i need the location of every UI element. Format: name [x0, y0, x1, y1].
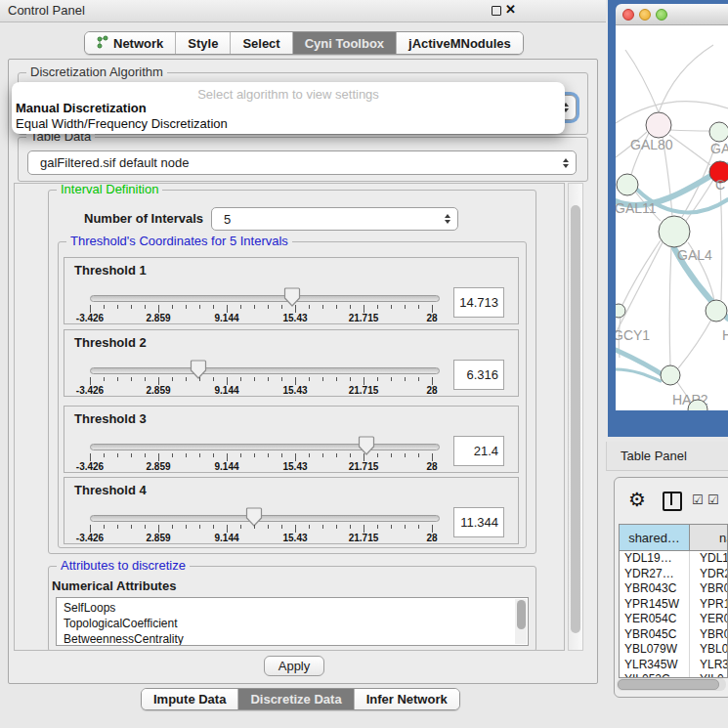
minimize-traffic-light-icon[interactable]	[639, 9, 651, 21]
tab-jactivemnodules[interactable]: jActiveMNodules	[397, 32, 523, 54]
slider-tick-labels: -3.4262.8599.14415.4321.71528	[90, 461, 432, 472]
cell-shared-name: YBR045C	[620, 627, 690, 643]
table-row[interactable]: YLR345WYLR3	[620, 658, 727, 673]
table-panel-header: Table Panel	[606, 442, 728, 471]
network-node-label: GCY1	[616, 327, 650, 343]
tick-label: 9.144	[214, 461, 238, 472]
numerical-attributes-label: Numerical Attributes	[52, 578, 176, 593]
threshold-slider-track[interactable]	[90, 444, 440, 450]
scrollbar-thumb[interactable]	[618, 679, 719, 690]
attributes-group-title: Attributes to discretize	[57, 559, 190, 573]
cell-name: YDR2	[690, 567, 727, 582]
table-row[interactable]: YPR145WYPR1	[620, 597, 727, 613]
column-header-shared[interactable]: shared…	[620, 525, 690, 550]
threshold-value-field[interactable]: 21.4	[453, 436, 504, 466]
tick-label: 2.859	[146, 385, 170, 396]
network-node-hap2[interactable]	[661, 365, 680, 385]
cell-shared-name: YDL19…	[620, 551, 690, 567]
bottom-tab-impute-data[interactable]: Impute Data	[142, 689, 238, 709]
slider-thumb[interactable]	[190, 360, 207, 379]
network-node-gcy1[interactable]	[616, 304, 625, 318]
table-row[interactable]: YBR045CYBR0	[620, 627, 727, 643]
threshold-value-field[interactable]: 6.316	[453, 360, 504, 390]
bottom-tab-infer-network-label: Infer Network	[366, 692, 448, 707]
column-header-name[interactable]: na	[690, 525, 727, 550]
tab-network[interactable]: Network	[85, 32, 176, 54]
attribute-list-scrollbar[interactable]	[515, 599, 527, 644]
table-horizontal-scrollbar[interactable]	[617, 678, 726, 691]
threshold-slider-track[interactable]	[90, 367, 440, 374]
node-table[interactable]: shared… na YDL19…YDL1YDR27…YDR2YBR043CYB…	[619, 524, 728, 678]
cell-shared-name: YDR27…	[620, 567, 690, 582]
table-row[interactable]: YER054CYER0	[620, 612, 727, 627]
gear-icon[interactable]: ⚙	[628, 488, 646, 511]
close-icon[interactable]: ✕	[505, 2, 516, 17]
tab-cyni-toolbox[interactable]: Cyni Toolbox	[293, 32, 397, 54]
threshold-slider-track[interactable]	[90, 295, 440, 302]
slider-thumb[interactable]	[358, 436, 375, 455]
tick-label: 9.144	[214, 385, 238, 396]
threshold-value-field[interactable]: 14.713	[453, 287, 504, 318]
float-window-icon[interactable]	[492, 6, 501, 16]
tab-select-label: Select	[242, 36, 279, 51]
threshold-value-field[interactable]: 11.344	[453, 507, 504, 537]
table-row[interactable]: YDR27…YDR2	[620, 567, 727, 582]
network-canvas[interactable]: GAL80GACGAL11GAL4GCY1HHAP2	[616, 25, 728, 410]
cell-shared-name: YLR345W	[620, 658, 690, 673]
apply-button[interactable]: Apply	[264, 656, 324, 676]
cell-shared-name: YPR145W	[620, 597, 690, 613]
slider-thumb[interactable]	[245, 507, 263, 527]
tab-cyni-toolbox-label: Cyni Toolbox	[305, 36, 384, 51]
tab-style[interactable]: Style	[176, 32, 231, 54]
network-edge	[669, 135, 710, 165]
select-all-checkbox-icon[interactable]: ☑	[707, 492, 720, 507]
table-row[interactable]: YDL19…YDL1	[620, 551, 727, 567]
threshold-slider-track[interactable]	[90, 515, 440, 522]
network-node-gal80[interactable]	[646, 112, 671, 138]
slider-thumb[interactable]	[283, 287, 301, 307]
threshold-panel-3: Threshold 3-3.4262.8599.14415.4321.71528…	[64, 406, 519, 473]
column-layout-icon[interactable]	[663, 492, 682, 511]
bottom-tab-impute-data-label: Impute Data	[153, 692, 226, 707]
network-node-gal11[interactable]	[617, 174, 638, 195]
algorithm-option-manual-discretization[interactable]: Manual Discretization	[14, 101, 563, 116]
tick-label: 21.715	[349, 533, 379, 543]
tick-label: 2.859	[146, 533, 170, 543]
cell-shared-name: YBR043C	[620, 581, 690, 597]
attribute-item-topologicalcoefficient[interactable]: TopologicalCoefficient	[57, 616, 528, 631]
network-node-node-right-mid[interactable]	[706, 300, 727, 321]
tab-style-label: Style	[188, 36, 218, 51]
slider-tick-labels: -3.4262.8599.14415.4321.71528	[90, 533, 432, 543]
scrollbar-thumb[interactable]	[571, 205, 580, 633]
table-row[interactable]: YBL079WYBL0	[620, 642, 727, 658]
attribute-item-selfloops[interactable]: SelfLoops	[57, 600, 528, 616]
select-columns-checkbox-icon[interactable]: ☑	[692, 492, 705, 507]
network-node-gal4[interactable]	[659, 216, 690, 247]
threshold-label: Threshold 2	[74, 335, 147, 350]
num-intervals-combo[interactable]: 5	[211, 207, 458, 231]
network-window: GAL80GACGAL11GAL4GCY1HHAP2	[608, 0, 728, 437]
bottom-tab-discretize-data[interactable]: Discretize Data	[238, 689, 354, 709]
tick-label: 2.859	[146, 313, 170, 323]
bottom-tab-infer-network[interactable]: Infer Network	[355, 689, 459, 709]
threshold-label: Threshold 4	[74, 483, 147, 497]
cell-name: YBR0	[690, 581, 727, 597]
table-data-combo[interactable]: galFiltered.sif default node	[27, 150, 577, 175]
network-window-titlebar[interactable]	[616, 4, 728, 25]
attribute-list[interactable]: SelfLoopsTopologicalCoefficientBetweenne…	[56, 597, 529, 646]
tick-label: 21.715	[349, 461, 379, 472]
network-graph[interactable]: GAL80GACGAL11GAL4GCY1HHAP2	[616, 25, 728, 410]
top-tab-bar: NetworkStyleSelectCyni ToolboxjActiveMNo…	[84, 31, 524, 55]
table-data-value: galFiltered.sif default node	[40, 155, 189, 170]
network-node-node-top-right[interactable]	[709, 122, 728, 142]
table-row[interactable]: YBR043CYBR0	[620, 581, 727, 597]
algorithm-option-list: Manual DiscretizationEqual Width/Frequen…	[14, 101, 563, 132]
settings-vertical-scrollbar[interactable]	[568, 183, 583, 651]
attribute-item-betweennesscentrality[interactable]: BetweennessCentrality	[57, 631, 528, 646]
zoom-traffic-light-icon[interactable]	[656, 9, 667, 21]
cell-name: YBL0	[690, 642, 727, 658]
tab-select[interactable]: Select	[231, 32, 292, 54]
algorithm-option-equal-width-frequency-discretization[interactable]: Equal Width/Frequency Discretization	[14, 116, 563, 132]
close-traffic-light-icon[interactable]	[622, 9, 634, 21]
num-intervals-value: 5	[224, 212, 231, 227]
